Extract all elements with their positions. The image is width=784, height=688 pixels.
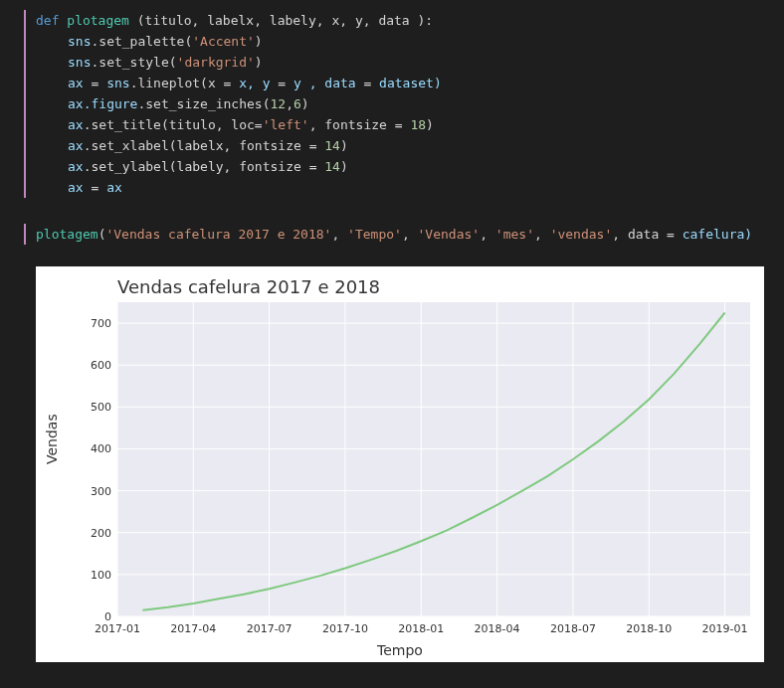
y-tick-label: 0: [88, 610, 111, 623]
plot-area: [117, 302, 750, 616]
code-cell-1: def plotagem (titulo, labelx, labely, x,…: [0, 0, 784, 208]
x-tick-label: 2018-07: [550, 622, 596, 635]
code-line: sns.set_palette('Accent'): [36, 31, 766, 52]
chart-svg: [117, 302, 750, 616]
code-line: plotagem('Vendas cafelura 2017 e 2018', …: [36, 224, 766, 245]
data-line: [142, 313, 724, 610]
y-axis-label: Vendas: [44, 414, 60, 464]
y-tick-label: 600: [88, 359, 111, 372]
x-tick-label: 2017-07: [247, 622, 293, 635]
code-line: ax = ax: [36, 177, 766, 198]
code-line: sns.set_style('darkgrid'): [36, 52, 766, 73]
chart-title: Vendas cafelura 2017 e 2018: [117, 276, 380, 297]
y-tick-label: 500: [88, 401, 111, 414]
y-tick-label: 100: [88, 568, 111, 581]
code-line: ax.set_xlabel(labelx, fontsize = 14): [36, 135, 766, 156]
cell-output: Vendas cafelura 2017 e 2018 Vendas Tempo…: [0, 260, 784, 672]
x-tick-label: 2017-10: [322, 622, 368, 635]
y-tick-label: 300: [88, 484, 111, 497]
code-line: ax.figure.set_size_inches(12,6): [36, 93, 766, 114]
line-chart: Vendas cafelura 2017 e 2018 Vendas Tempo…: [36, 266, 764, 662]
code-cell-2: plotagem('Vendas cafelura 2017 e 2018', …: [0, 214, 784, 255]
y-tick-label: 400: [88, 442, 111, 455]
code-line: ax.set_title(titulo, loc='left', fontsiz…: [36, 114, 766, 135]
x-tick-label: 2017-01: [95, 622, 140, 635]
x-tick-label: 2018-04: [475, 622, 520, 635]
x-tick-label: 2018-10: [626, 622, 672, 635]
x-tick-label: 2019-01: [702, 622, 748, 635]
y-tick-label: 700: [88, 317, 111, 330]
code-line: def plotagem (titulo, labelx, labely, x,…: [36, 10, 766, 31]
x-tick-label: 2017-04: [170, 622, 216, 635]
x-axis-label: Tempo: [36, 642, 764, 658]
y-tick-label: 200: [88, 526, 111, 539]
code-line: ax.set_ylabel(labely, fontsize = 14): [36, 156, 766, 177]
code-line: ax = sns.lineplot(x = x, y = y , data = …: [36, 73, 766, 93]
x-tick-label: 2018-01: [398, 622, 444, 635]
